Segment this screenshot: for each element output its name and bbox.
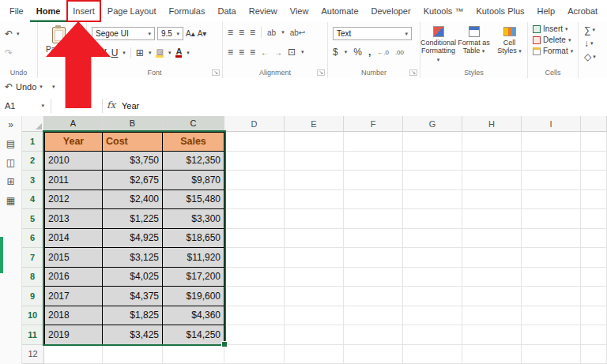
cell-H6[interactable] (462, 229, 522, 249)
cell-C1[interactable]: Sales (163, 132, 224, 152)
column-header-E[interactable]: E (285, 116, 344, 132)
cell-D7[interactable] (224, 248, 285, 268)
cell-E1[interactable] (285, 132, 344, 152)
panel-icon-1[interactable]: ▤ (6, 138, 15, 149)
cell-G5[interactable] (403, 209, 462, 229)
column-header-C[interactable]: C (163, 116, 224, 132)
borders-icon[interactable]: ⊞ (136, 47, 144, 58)
cell-C9[interactable]: $19,600 (163, 287, 224, 306)
cell-F9[interactable] (344, 287, 403, 306)
row-header-8[interactable]: 8 (22, 268, 44, 287)
tab-help[interactable]: Help (531, 0, 562, 22)
cell-D12[interactable] (224, 345, 285, 364)
cell-C10[interactable]: $4,360 (163, 306, 224, 326)
decrease-indent-icon[interactable]: ← (261, 48, 269, 57)
font-name-combo[interactable]: Segoe UI ▾ (92, 27, 155, 40)
cell-B7[interactable]: $3,125 (103, 248, 163, 268)
cell-I4[interactable] (522, 190, 581, 210)
redo-button[interactable]: ↷ (5, 47, 13, 58)
cell-G12[interactable] (403, 345, 462, 364)
font-dialog-launcher-icon[interactable]: ↘ (212, 69, 220, 76)
cell-D9[interactable] (224, 287, 285, 306)
cell-styles-button[interactable]: Cell Styles ▾ (492, 22, 527, 63)
cell-H2[interactable] (462, 152, 522, 171)
cell-F6[interactable] (344, 229, 403, 249)
cell-B9[interactable]: $4,375 (103, 287, 163, 306)
cell-A8[interactable]: 2016 (44, 268, 103, 287)
cell-D11[interactable] (224, 325, 285, 345)
grow-font-icon[interactable]: A▴ (186, 29, 195, 38)
orientation-icon[interactable]: ab (267, 28, 276, 37)
row-header-11[interactable]: 11 (22, 325, 44, 345)
cell-B10[interactable]: $1,825 (103, 306, 163, 326)
format-as-table-button[interactable]: Format as Table ▾ (456, 22, 492, 63)
cell-E8[interactable] (285, 268, 344, 287)
tab-review[interactable]: Review (243, 0, 284, 22)
cell-I5[interactable] (522, 209, 581, 229)
chevron-down-icon[interactable]: ▾ (40, 84, 43, 90)
merge-center-icon[interactable]: ⊡ (288, 47, 296, 58)
format-painter-icon[interactable]: ◧ (74, 52, 81, 60)
cell-F11[interactable] (344, 325, 403, 345)
cell-F3[interactable] (344, 171, 403, 190)
italic-button[interactable]: I (104, 47, 107, 58)
cell-B1[interactable]: Cost (103, 132, 163, 152)
format-cells-button[interactable]: Format ▾ (533, 47, 578, 55)
cell-A12[interactable] (44, 345, 103, 364)
tab-kutools-plus[interactable]: Kutools Plus (469, 0, 530, 22)
percent-style-icon[interactable]: % (353, 47, 362, 58)
cell-J5[interactable] (581, 209, 607, 229)
align-bottom-icon[interactable]: ≡ (250, 27, 255, 38)
cell-F1[interactable] (344, 132, 403, 152)
cell-I7[interactable] (522, 248, 581, 268)
bold-button[interactable]: B (92, 47, 99, 58)
cell-I8[interactable] (522, 268, 581, 287)
cell-J4[interactable] (581, 190, 607, 210)
cell-G9[interactable] (403, 287, 462, 306)
panel-icon-2[interactable]: ◫ (6, 157, 15, 168)
cell-G7[interactable] (403, 248, 462, 268)
cell-D10[interactable] (224, 306, 285, 326)
align-right-icon[interactable]: ≡ (250, 47, 255, 58)
row-header-1[interactable]: 1 (22, 132, 44, 152)
delete-cells-button[interactable]: Delete ▾ (533, 36, 578, 44)
cell-A6[interactable]: 2014 (44, 229, 103, 249)
cell-E3[interactable] (285, 171, 344, 190)
cell-A11[interactable]: 2019 (44, 325, 103, 345)
tab-formulas[interactable]: Formulas (163, 0, 212, 22)
cell-H10[interactable] (462, 306, 522, 326)
fill-handle[interactable] (221, 341, 228, 347)
panel-icon-3[interactable]: ⊞ (6, 176, 14, 187)
cell-C6[interactable]: $18,650 (163, 229, 224, 249)
cell-H11[interactable] (462, 325, 522, 345)
tab-insert[interactable]: Insert (66, 0, 101, 22)
fill-button[interactable]: ↓ ▾ (584, 38, 607, 49)
row-header-2[interactable]: 2 (22, 152, 44, 171)
row-header-7[interactable]: 7 (22, 248, 44, 268)
qat-undo-label[interactable]: Undo (16, 82, 36, 92)
cell-J11[interactable] (581, 325, 607, 345)
cell-H9[interactable] (462, 287, 522, 306)
cell-F7[interactable] (344, 248, 403, 268)
cell-I11[interactable] (522, 325, 581, 345)
align-left-icon[interactable]: ≡ (228, 47, 233, 58)
cell-B8[interactable]: $4,025 (103, 268, 163, 287)
undo-button[interactable]: ↶ ▾ (5, 28, 20, 39)
cell-E7[interactable] (285, 248, 344, 268)
decrease-decimal-icon[interactable]: .00 (395, 49, 404, 56)
cell-G11[interactable] (403, 325, 462, 345)
cell-G1[interactable] (403, 132, 462, 152)
cell-C4[interactable]: $15,480 (163, 190, 224, 210)
cell-F4[interactable] (344, 190, 403, 210)
cell-E12[interactable] (285, 345, 344, 364)
insert-cells-button[interactable]: Insert ▾ (533, 24, 578, 33)
cell-J7[interactable] (581, 248, 607, 268)
align-middle-icon[interactable]: ≡ (239, 27, 244, 38)
cell-C8[interactable]: $17,200 (163, 268, 224, 287)
name-box[interactable]: A1 ▾ (0, 96, 49, 116)
cell-D4[interactable] (224, 190, 285, 210)
cell-G6[interactable] (403, 229, 462, 249)
cell-C11[interactable]: $14,250 (163, 325, 224, 345)
tab-home[interactable]: Home (30, 0, 67, 22)
cell-E10[interactable] (285, 306, 344, 326)
